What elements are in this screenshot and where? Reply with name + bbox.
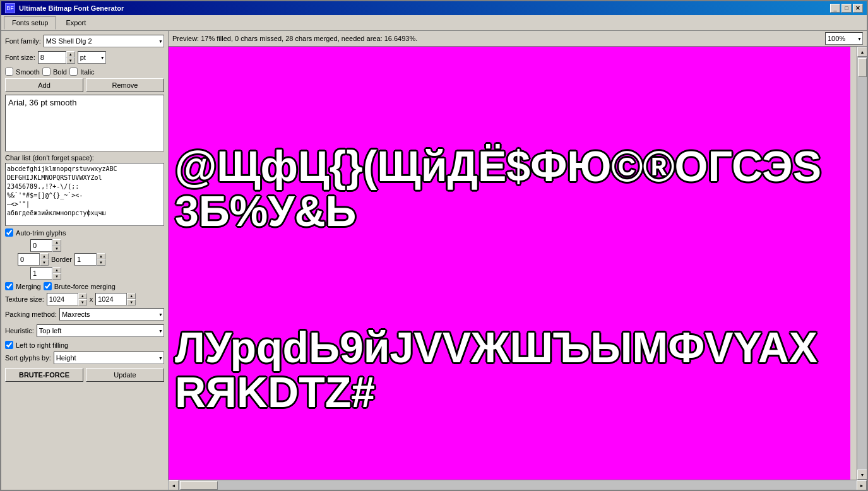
add-button[interactable]: Add (5, 78, 83, 92)
title-bar-left: BF Ultimate Bitmap Font Generator (5, 3, 124, 13)
texture-width-input[interactable] (47, 293, 78, 305)
smooth-label: Smooth (16, 68, 40, 76)
minimize-button[interactable]: _ (830, 4, 840, 13)
heuristic-row: Heuristic: Top left Bottom right Best sh… (5, 324, 164, 337)
h-scroll-track[interactable] (179, 480, 857, 490)
bold-checkbox[interactable] (42, 68, 51, 76)
border-right-down[interactable]: ▼ (97, 259, 105, 266)
brute-force-button[interactable]: BRUTE-FORCE (5, 368, 83, 382)
app-icon: BF (5, 3, 15, 13)
border-left-input[interactable] (18, 253, 40, 266)
sort-glyphs-row: Sort glyphs by: Height Width Area Perime… (5, 352, 164, 364)
texture-height-input[interactable] (95, 293, 127, 305)
texture-size-row: Texture size: ▲ ▼ x ▲ ▼ (5, 293, 164, 305)
preview-bg (169, 47, 850, 480)
packing-method-label: Packing method: (5, 311, 57, 318)
char-list-box[interactable]: abcdefghijklmnopqrstuvwxyzABC DEFGHIJKLM… (5, 163, 164, 226)
font-list-content: Arial, 36 pt smooth (8, 98, 76, 107)
right-scrollbar[interactable]: ▲ ▼ (857, 47, 867, 480)
border-right-input[interactable] (74, 253, 97, 266)
left-to-right-row: Left to right filling (5, 341, 164, 349)
auto-trim-row: Auto-trim glyphs (5, 228, 164, 237)
zoom-wrapper: 50% 75% 100% 150% 200% (825, 32, 863, 45)
smooth-checkbox[interactable] (5, 68, 13, 76)
scroll-track[interactable] (857, 57, 867, 470)
font-size-input[interactable]: 8 (38, 51, 66, 64)
border-left-down[interactable]: ▼ (40, 259, 49, 266)
scroll-up-button[interactable]: ▲ (857, 47, 867, 57)
merging-label: Merging (16, 283, 41, 290)
brute-force-merging-checkbox[interactable] (44, 282, 52, 290)
texture-height-down[interactable]: ▼ (127, 299, 136, 305)
preview-info-text: Preview: 17% filled, 0 chars missed, 28 … (172, 35, 417, 42)
border-right-up[interactable]: ▲ (97, 253, 105, 259)
close-button[interactable]: ✕ (853, 4, 863, 13)
main-window: BF Ultimate Bitmap Font Generator _ □ ✕ … (0, 0, 868, 491)
border-bottom-row: ▲ ▼ (30, 267, 164, 280)
content-area: Font family: MS Shell Dlg 2 Font size: 8… (1, 31, 867, 490)
preview-toolbar: Preview: 17% filled, 0 chars missed, 28 … (169, 31, 867, 47)
auto-trim-label: Auto-trim glyphs (16, 229, 66, 237)
bottom-scrollbar[interactable]: ◄ ► (169, 480, 867, 490)
font-size-spinner-buttons: ▲ ▼ (66, 51, 75, 64)
scroll-right-button[interactable]: ► (857, 480, 867, 490)
sort-glyphs-dropdown[interactable]: Height Width Area Perimeter (54, 352, 164, 364)
border-bottom-up[interactable]: ▲ (52, 267, 61, 273)
maximize-button[interactable]: □ (841, 4, 852, 13)
merging-row: Merging Brute-force merging (5, 282, 164, 290)
char-list-section: Char list (don't forget space): abcdefgh… (5, 154, 164, 226)
border-top-down[interactable]: ▼ (52, 245, 61, 252)
preview-canvas-container[interactable]: @ЩфЦ{}(ЩйДЁ$ФЮ©®ОГСЭS3Б%У&Ь ЛУрqdЬ9йJVVЖ… (169, 47, 857, 480)
border-top-row: ▲ ▼ (30, 239, 164, 252)
preview-content-wrapper: @ЩфЦ{}(ЩйДЁ$ФЮ©®ОГСЭS3Б%У&Ь ЛУрqdЬ9йJVVЖ… (169, 47, 867, 480)
border-bottom-down[interactable]: ▼ (52, 273, 61, 280)
border-top-input[interactable] (30, 239, 52, 252)
border-left-up[interactable]: ▲ (40, 253, 49, 259)
border-middle-row: ▲ ▼ Border ▲ ▼ (18, 253, 164, 266)
border-bottom-input[interactable] (30, 267, 52, 280)
italic-checkbox[interactable] (69, 68, 78, 76)
heuristic-dropdown[interactable]: Top left Bottom right Best short Best lo… (37, 324, 164, 337)
border-top-up[interactable]: ▲ (52, 239, 61, 245)
zoom-dropdown[interactable]: 50% 75% 100% 150% 200% (825, 32, 863, 45)
font-size-up[interactable]: ▲ (66, 51, 75, 57)
font-family-dropdown[interactable]: MS Shell Dlg 2 (44, 35, 164, 47)
char-list-label: Char list (don't forget space): (5, 154, 164, 162)
title-bar: BF Ultimate Bitmap Font Generator _ □ ✕ (1, 1, 867, 15)
font-size-row: Font size: 8 ▲ ▼ pt px (5, 51, 164, 64)
texture-width-down[interactable]: ▼ (78, 299, 87, 305)
font-list-box[interactable]: Arial, 36 pt smooth (5, 95, 164, 151)
italic-label: Italic (80, 68, 95, 76)
update-button[interactable]: Update (86, 368, 164, 382)
border-section: ▲ ▼ ▲ ▼ Border (18, 239, 164, 280)
font-size-unit-dropdown[interactable]: pt px (78, 51, 106, 64)
texture-width-up[interactable]: ▲ (78, 293, 87, 299)
h-scroll-thumb[interactable] (180, 481, 218, 490)
packing-method-row: Packing method: Maxrects Shelf Guillotin… (5, 308, 164, 321)
font-size-down[interactable]: ▼ (66, 57, 75, 64)
scroll-left-button[interactable]: ◄ (169, 480, 179, 490)
scroll-thumb[interactable] (858, 58, 867, 77)
border-label: Border (51, 256, 72, 263)
app-icon-text: BF (6, 5, 14, 11)
tab-fonts-setup[interactable]: Fonts setup (4, 16, 56, 30)
tab-export[interactable]: Export (57, 16, 94, 29)
left-panel: Font family: MS Shell Dlg 2 Font size: 8… (1, 31, 169, 490)
preview-area: Preview: 17% filled, 0 chars missed, 28 … (169, 31, 867, 490)
scroll-down-button[interactable]: ▼ (857, 470, 867, 480)
font-family-row: Font family: MS Shell Dlg 2 (5, 35, 164, 47)
remove-button[interactable]: Remove (86, 78, 164, 92)
texture-height-up[interactable]: ▲ (127, 293, 136, 299)
left-to-right-checkbox[interactable] (5, 341, 13, 349)
packing-method-dropdown[interactable]: Maxrects Shelf Guillotine (59, 308, 164, 321)
preview-canvas: @ЩфЦ{}(ЩйДЁ$ФЮ©®ОГСЭS3Б%У&Ь ЛУрqdЬ9йJVVЖ… (169, 47, 850, 480)
bottom-buttons-row: BRUTE-FORCE Update (5, 368, 164, 382)
tab-bar: Fonts setup Export (1, 15, 867, 31)
window-controls: _ □ ✕ (830, 4, 863, 13)
sort-glyphs-label: Sort glyphs by: (5, 354, 51, 362)
texture-size-label: Texture size: (5, 295, 44, 303)
auto-trim-checkbox[interactable] (5, 228, 13, 237)
heuristic-label: Heuristic: (5, 327, 34, 334)
merging-checkbox[interactable] (5, 282, 13, 290)
add-remove-row: Add Remove (5, 78, 164, 92)
